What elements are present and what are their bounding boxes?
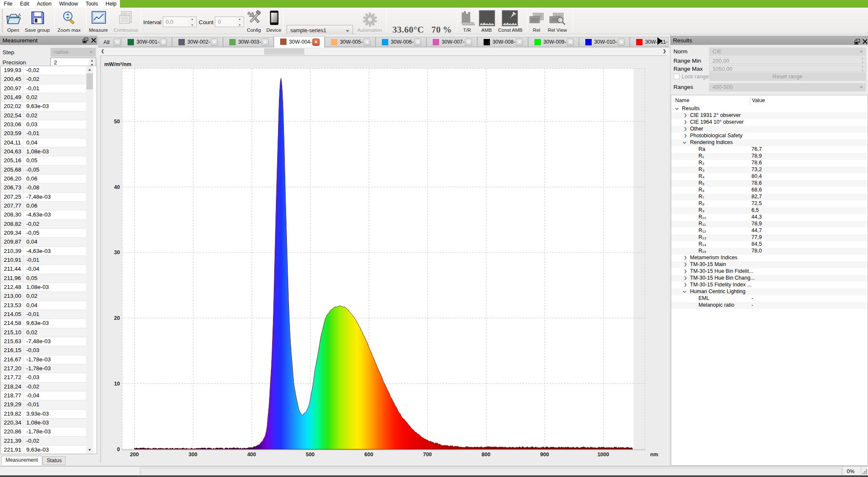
svg-text:20: 20: [114, 315, 120, 321]
svg-text:400: 400: [247, 452, 256, 458]
svg-text:10: 10: [114, 381, 120, 387]
svg-text:500: 500: [306, 452, 314, 458]
svg-text:700: 700: [423, 452, 432, 458]
svg-text:800: 800: [481, 452, 490, 458]
svg-text:mW/m²/nm: mW/m²/nm: [104, 61, 131, 67]
svg-text:1000: 1000: [597, 452, 609, 458]
svg-text:900: 900: [540, 452, 549, 458]
svg-text:nm: nm: [650, 452, 658, 458]
svg-text:600: 600: [364, 452, 373, 458]
svg-text:40: 40: [114, 184, 120, 190]
svg-text:50: 50: [114, 119, 120, 125]
svg-text:30: 30: [114, 250, 120, 255]
svg-text:300: 300: [189, 452, 198, 458]
svg-text:0: 0: [117, 446, 120, 452]
svg-text:200: 200: [130, 452, 139, 458]
